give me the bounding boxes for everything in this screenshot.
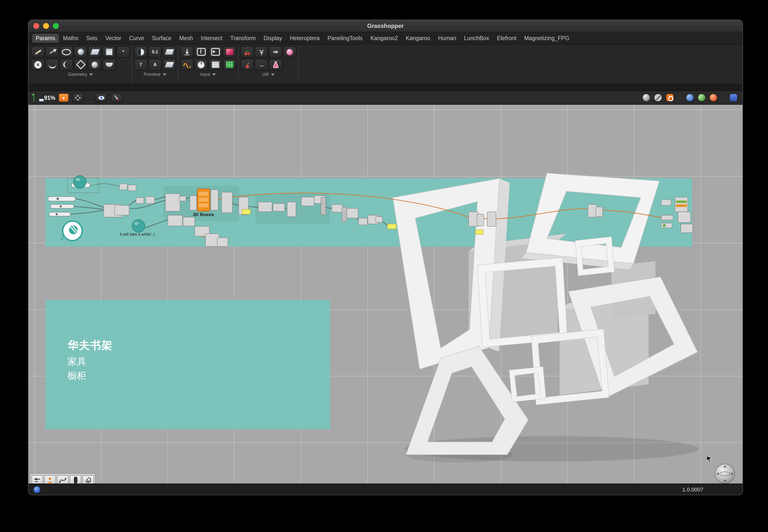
colour-swatch-icon[interactable] [223,46,236,58]
cherry-icon[interactable] [241,59,254,70]
flask-icon[interactable] [269,59,282,70]
spiral-icon [85,477,92,484]
freehand-curve-icon[interactable] [31,46,45,58]
new-file-button[interactable] [33,94,34,101]
tab-vector[interactable]: Vector [102,34,125,43]
tab-lunchbox[interactable]: LunchBox [461,34,492,43]
tab-elefront[interactable]: Elefront [493,34,520,43]
group-label-input: Input [200,72,210,77]
button-icon[interactable] [195,46,208,58]
status-bar: 1.0.0007 [28,484,743,495]
plugin-button-green[interactable] [698,93,706,102]
integer-icon[interactable]: 7 [134,59,147,70]
plane-param-icon[interactable] [162,46,176,58]
vector-icon[interactable] [46,46,59,58]
relay-icon[interactable]: ⇒ [269,46,282,58]
tab-human[interactable]: Human [435,34,460,43]
galapagos-icon[interactable] [283,46,296,58]
tab-params[interactable]: Params [32,34,58,43]
minimize-window-button[interactable] [43,23,49,29]
number-icon[interactable]: 0.1 [148,46,161,58]
plugin-button-orange[interactable] [709,93,718,102]
titlebar: Grasshopper [28,20,743,32]
zoom-window-button[interactable] [53,23,59,29]
group-label-geometry: Geometry [68,72,87,77]
definition-canvas[interactable]: 华夫书架 家具 橱柜 [28,105,743,484]
tab-maths[interactable]: Maths [59,34,82,43]
curve-icon[interactable] [46,59,59,70]
toolbar-spacer [28,84,743,91]
preview-toggle-button[interactable] [95,93,107,102]
tab-intersect[interactable]: Intersect [198,34,226,43]
group-annotation: 3D Boxes [193,212,214,217]
surface-icon[interactable] [74,59,87,70]
toggle-icon[interactable] [209,46,222,58]
paint-tool-button[interactable] [111,93,122,102]
boolean-icon[interactable] [134,46,147,58]
widget-person-button[interactable] [44,475,56,484]
plane-icon[interactable] [88,46,101,58]
brush-icon [113,94,120,101]
cleaner-badge [61,221,82,241]
preview-shaded-button[interactable] [666,93,674,102]
colour-picker-icon[interactable] [223,59,236,70]
tab-heteroptera[interactable]: Heteroptera [287,34,323,43]
graph-mapper-icon[interactable] [180,59,194,70]
tree-icon[interactable] [255,46,268,58]
tab-transform[interactable]: Transform [227,34,259,43]
remove-icon[interactable]: × [31,59,45,70]
definition-graph[interactable]: 3D Boxes It will take a while! ;) [28,105,743,484]
group-expand-icon[interactable] [271,73,275,76]
window-title: Grasshopper [28,23,743,29]
version-label: 1.0.0007 [682,486,703,492]
grasshopper-window: Grasshopper Params Maths Sets Vector Cur… [28,20,743,495]
plane-x-icon[interactable] [162,59,176,70]
component-palette: * × Geometry 0.1 [28,45,743,84]
view-rotate-ball[interactable] [714,463,736,484]
plugin-button-indigo[interactable] [729,93,738,102]
tab-magnetizing-fpg[interactable]: Magnetizing_FPG [521,34,572,43]
tab-mesh[interactable]: Mesh [176,34,197,43]
group-expand-icon[interactable] [212,73,216,76]
preview-wire-button[interactable] [642,93,651,102]
tab-kangaroo[interactable]: Kangaroo [402,34,434,43]
widget-capsule-button[interactable] [69,475,81,484]
tab-sets[interactable]: Sets [83,34,101,43]
tab-display[interactable]: Display [260,34,285,43]
cursor-icon [706,456,714,463]
widget-spiral-button[interactable] [82,475,94,484]
import-icon[interactable] [180,46,194,58]
preview-off-button[interactable] [654,93,662,102]
tab-surface[interactable]: Surface [149,34,175,43]
jump-icon[interactable]: → [255,59,268,70]
document-icon [33,93,34,102]
list-icon[interactable] [209,59,222,70]
plugin-button-blue[interactable] [686,93,694,102]
group-expand-icon[interactable] [89,73,93,76]
ellipse-icon[interactable] [60,46,73,58]
slider-icon [33,477,41,484]
note-annotation: It will take a while! ;) [120,232,155,236]
tab-kangaroo2[interactable]: Kangaroo2 [367,34,401,43]
cherry-picker-icon[interactable] [241,46,254,58]
zoom-extents-button[interactable] [72,93,84,102]
point-icon[interactable]: * [116,46,130,58]
person-icon [46,477,53,484]
sphere-icon[interactable] [88,59,101,70]
tab-curve[interactable]: Curve [126,34,147,43]
status-info-icon[interactable] [33,486,41,493]
widget-slider-button[interactable] [31,475,43,484]
tab-panelingtools[interactable]: PanelingTools [324,34,366,43]
circle-icon[interactable] [74,46,87,58]
knob-icon[interactable] [195,59,208,70]
text-icon[interactable]: A [148,59,161,70]
palette-group-geometry: * × Geometry [31,46,132,84]
box-icon[interactable] [102,46,115,58]
zoom-dropdown-button[interactable]: ▾ [59,93,69,102]
close-window-button[interactable] [33,23,39,29]
brep-icon[interactable] [102,59,115,70]
arc-icon[interactable] [60,59,73,70]
widget-curve-button[interactable] [57,475,69,484]
palette-group-primitive: 0.1 7 A Primitive [134,46,178,84]
group-expand-icon[interactable] [162,73,166,76]
